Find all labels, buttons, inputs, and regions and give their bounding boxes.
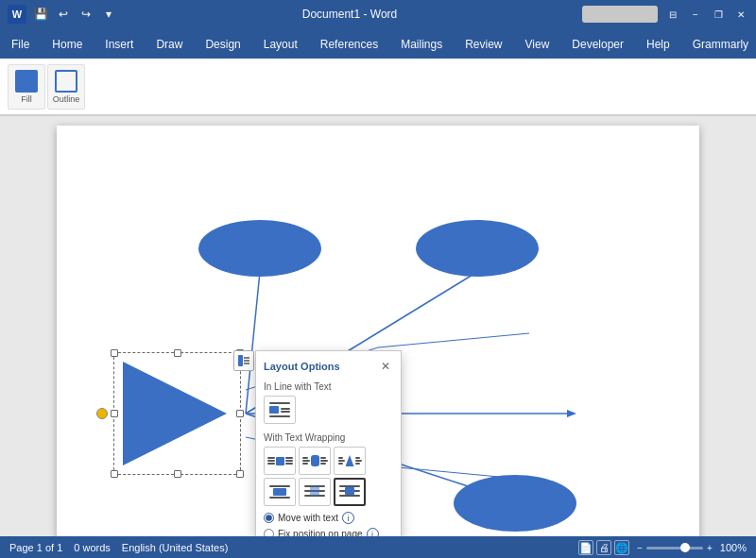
wrap-through-button[interactable] <box>334 447 366 475</box>
status-left: Page 1 of 1 0 words English (United Stat… <box>9 542 228 553</box>
ribbon-tab-strip: File Home Insert Draw Design Layout Refe… <box>0 28 756 59</box>
print-view-btn[interactable]: 🖨 <box>596 540 611 555</box>
web-view-btn[interactable]: 🌐 <box>614 540 629 555</box>
ellipse-top-right[interactable] <box>416 220 539 277</box>
user-profile[interactable] <box>582 6 658 23</box>
handle-top-mid[interactable] <box>174 349 181 357</box>
wrap-options-row-1 <box>264 447 393 475</box>
ribbon-btn-2[interactable]: Outline <box>47 64 85 110</box>
ellipse-bottom-right[interactable] <box>454 475 576 532</box>
zoom-level: 100% <box>720 542 747 553</box>
handle-bot-left[interactable] <box>111 470 118 478</box>
selected-shape-area <box>113 352 241 475</box>
wrap-topbottom-button[interactable] <box>264 478 296 506</box>
popup-close-button[interactable]: ✕ <box>378 359 393 374</box>
shape-fill-icon <box>15 70 38 93</box>
move-with-text-option[interactable]: Move with text i <box>264 512 393 524</box>
handle-top-left[interactable] <box>111 349 118 357</box>
close-button[interactable]: ✕ <box>733 7 748 22</box>
read-view-btn[interactable]: 📄 <box>578 540 593 555</box>
page-info: Page 1 of 1 <box>9 542 62 553</box>
save-button[interactable]: 💾 <box>32 6 49 23</box>
tab-references[interactable]: References <box>309 30 389 59</box>
layout-trigger-icon <box>237 354 250 367</box>
shape-outline-icon <box>55 70 77 93</box>
yellow-adjust-handle[interactable] <box>96 408 108 419</box>
move-with-text-info[interactable]: i <box>342 512 354 524</box>
zoom-control: − + 100% <box>637 542 747 553</box>
zoom-slider[interactable] <box>646 547 703 550</box>
handle-mid-left[interactable] <box>111 410 118 417</box>
tab-layout[interactable]: Layout <box>252 30 309 59</box>
inline-section-label: In Line with Text <box>264 381 393 392</box>
popup-header: Layout Options ✕ <box>264 359 393 374</box>
svg-rect-9 <box>238 355 243 366</box>
wrap-tight-button[interactable] <box>299 447 331 475</box>
tab-review[interactable]: Review <box>454 30 513 59</box>
app-title: Document1 - Word <box>117 8 582 21</box>
zoom-out-btn[interactable]: − <box>637 543 643 553</box>
ribbon-display-options[interactable]: ⊟ <box>665 7 680 22</box>
svg-line-6 <box>378 333 529 347</box>
tab-design[interactable]: Design <box>194 30 251 59</box>
word-app-icon: W <box>8 5 26 24</box>
undo-button[interactable]: ↩ <box>55 6 72 23</box>
document-area: Layout Options ✕ In Line with Text <box>0 116 756 536</box>
tab-developer[interactable]: Developer <box>560 30 635 59</box>
wrap-options-row-2 <box>264 478 393 506</box>
tab-home[interactable]: Home <box>41 30 94 59</box>
tab-insert[interactable]: Insert <box>94 30 145 59</box>
ribbon-content: Fill Outline <box>0 59 756 115</box>
tab-view[interactable]: View <box>514 30 561 59</box>
handle-mid-right[interactable] <box>236 410 244 417</box>
layout-options-popup: Layout Options ✕ In Line with Text <box>255 350 402 536</box>
tab-mailings[interactable]: Mailings <box>389 30 454 59</box>
wrap-infront-button[interactable] <box>334 478 366 506</box>
status-right: 📄 🖨 🌐 − + 100% <box>578 540 747 555</box>
minimize-button[interactable]: − <box>688 7 703 22</box>
status-bar: Page 1 of 1 0 words English (United Stat… <box>0 536 756 558</box>
restore-button[interactable]: ❐ <box>711 7 726 22</box>
move-with-text-radio[interactable] <box>264 513 274 523</box>
view-buttons: 📄 🖨 🌐 <box>578 540 629 555</box>
fix-position-label: Fix position on page <box>278 529 363 536</box>
tab-grammarly[interactable]: Grammarly <box>681 30 756 59</box>
wrap-section-label: With Text Wrapping <box>264 432 393 443</box>
shape-outline-label: Outline <box>53 94 80 104</box>
wrap-square-button[interactable] <box>264 447 296 475</box>
fix-position-radio[interactable] <box>264 529 274 536</box>
redo-button[interactable]: ↪ <box>77 6 94 23</box>
document-page: Layout Options ✕ In Line with Text <box>57 126 699 536</box>
zoom-in-btn[interactable]: + <box>707 543 713 553</box>
layout-options-trigger[interactable] <box>233 350 254 371</box>
ribbon-groups: Fill Outline <box>8 64 85 110</box>
tab-help[interactable]: Help <box>635 30 681 59</box>
title-bar-left: W 💾 ↩ ↪ ▾ <box>8 5 117 24</box>
tab-draw[interactable]: Draw <box>145 30 194 59</box>
language: English (United States) <box>122 542 229 553</box>
fix-position-info[interactable]: i <box>367 528 379 536</box>
handle-bot-mid[interactable] <box>174 470 181 478</box>
zoom-thumb[interactable] <box>680 543 690 552</box>
title-bar-right: ⊟ − ❐ ✕ <box>582 6 748 23</box>
inline-text-button[interactable] <box>264 396 296 424</box>
fix-position-option[interactable]: Fix position on page i <box>264 528 393 536</box>
ribbon-btn-1[interactable]: Fill <box>8 64 45 110</box>
title-bar: W 💾 ↩ ↪ ▾ Document1 - Word ⊟ − ❐ ✕ <box>0 0 756 28</box>
word-count: 0 words <box>74 542 111 553</box>
handle-bot-right[interactable] <box>236 470 244 478</box>
selection-handles <box>113 352 241 475</box>
ellipse-top-left[interactable] <box>198 220 321 277</box>
inline-options-row <box>264 396 393 424</box>
svg-marker-4 <box>567 410 576 417</box>
wrap-behind-button[interactable] <box>299 478 331 506</box>
position-radio-group: Move with text i Fix position on page i <box>264 512 393 536</box>
shape-fill-label: Fill <box>21 94 32 104</box>
qat-dropdown[interactable]: ▾ <box>100 6 117 23</box>
ribbon: File Home Insert Draw Design Layout Refe… <box>0 28 756 116</box>
move-with-text-label: Move with text <box>278 513 338 523</box>
popup-title: Layout Options <box>264 361 340 372</box>
tab-file[interactable]: File <box>0 30 41 59</box>
